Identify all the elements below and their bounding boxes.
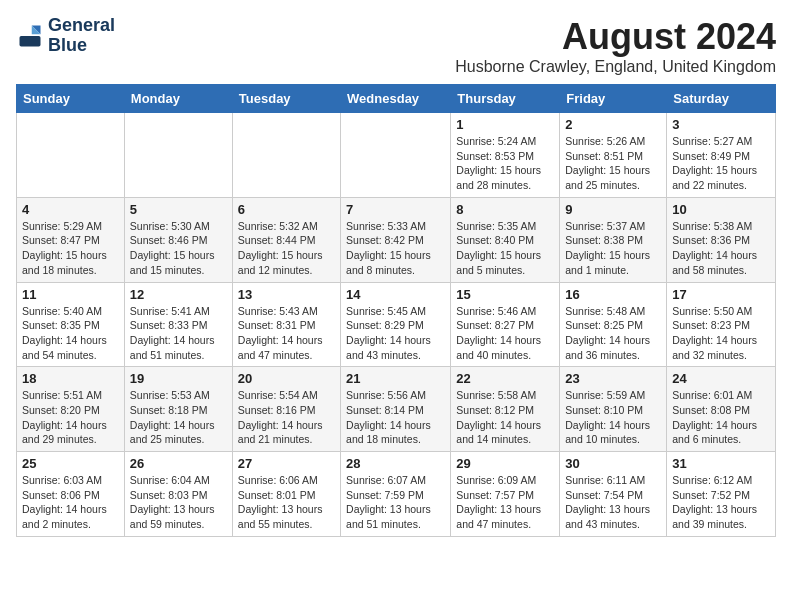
header: General Blue August 2024 Husborne Crawle… [16,16,776,76]
day-info: Sunrise: 5:38 AM Sunset: 8:36 PM Dayligh… [672,219,770,278]
day-number: 4 [22,202,119,217]
day-info: Sunrise: 6:04 AM Sunset: 8:03 PM Dayligh… [130,473,227,532]
calendar-week-row: 4Sunrise: 5:29 AM Sunset: 8:47 PM Daylig… [17,197,776,282]
day-info: Sunrise: 6:03 AM Sunset: 8:06 PM Dayligh… [22,473,119,532]
day-number: 7 [346,202,445,217]
calendar-week-row: 18Sunrise: 5:51 AM Sunset: 8:20 PM Dayli… [17,367,776,452]
calendar-cell: 18Sunrise: 5:51 AM Sunset: 8:20 PM Dayli… [17,367,125,452]
calendar-cell: 17Sunrise: 5:50 AM Sunset: 8:23 PM Dayli… [667,282,776,367]
day-number: 19 [130,371,227,386]
calendar-table: SundayMondayTuesdayWednesdayThursdayFrid… [16,84,776,537]
day-info: Sunrise: 5:29 AM Sunset: 8:47 PM Dayligh… [22,219,119,278]
calendar-cell: 15Sunrise: 5:46 AM Sunset: 8:27 PM Dayli… [451,282,560,367]
calendar-cell: 28Sunrise: 6:07 AM Sunset: 7:59 PM Dayli… [341,452,451,537]
day-info: Sunrise: 5:51 AM Sunset: 8:20 PM Dayligh… [22,388,119,447]
day-number: 20 [238,371,335,386]
day-number: 17 [672,287,770,302]
svg-rect-3 [20,36,41,47]
calendar-cell: 13Sunrise: 5:43 AM Sunset: 8:31 PM Dayli… [232,282,340,367]
header-saturday: Saturday [667,85,776,113]
header-friday: Friday [560,85,667,113]
day-number: 15 [456,287,554,302]
day-number: 9 [565,202,661,217]
day-info: Sunrise: 6:11 AM Sunset: 7:54 PM Dayligh… [565,473,661,532]
header-wednesday: Wednesday [341,85,451,113]
day-number: 21 [346,371,445,386]
day-number: 2 [565,117,661,132]
calendar-cell: 1Sunrise: 5:24 AM Sunset: 8:53 PM Daylig… [451,113,560,198]
calendar-cell: 2Sunrise: 5:26 AM Sunset: 8:51 PM Daylig… [560,113,667,198]
calendar-cell: 30Sunrise: 6:11 AM Sunset: 7:54 PM Dayli… [560,452,667,537]
day-info: Sunrise: 5:59 AM Sunset: 8:10 PM Dayligh… [565,388,661,447]
day-info: Sunrise: 5:27 AM Sunset: 8:49 PM Dayligh… [672,134,770,193]
day-number: 29 [456,456,554,471]
calendar-cell [341,113,451,198]
calendar-cell: 24Sunrise: 6:01 AM Sunset: 8:08 PM Dayli… [667,367,776,452]
header-tuesday: Tuesday [232,85,340,113]
day-number: 28 [346,456,445,471]
calendar-header-row: SundayMondayTuesdayWednesdayThursdayFrid… [17,85,776,113]
calendar-cell: 22Sunrise: 5:58 AM Sunset: 8:12 PM Dayli… [451,367,560,452]
calendar-cell: 16Sunrise: 5:48 AM Sunset: 8:25 PM Dayli… [560,282,667,367]
day-number: 6 [238,202,335,217]
calendar-cell: 27Sunrise: 6:06 AM Sunset: 8:01 PM Dayli… [232,452,340,537]
calendar-cell: 11Sunrise: 5:40 AM Sunset: 8:35 PM Dayli… [17,282,125,367]
day-number: 16 [565,287,661,302]
calendar-cell: 6Sunrise: 5:32 AM Sunset: 8:44 PM Daylig… [232,197,340,282]
calendar-cell [232,113,340,198]
calendar-cell: 9Sunrise: 5:37 AM Sunset: 8:38 PM Daylig… [560,197,667,282]
logo-line2: Blue [48,36,115,56]
day-number: 30 [565,456,661,471]
calendar-cell: 14Sunrise: 5:45 AM Sunset: 8:29 PM Dayli… [341,282,451,367]
calendar-week-row: 1Sunrise: 5:24 AM Sunset: 8:53 PM Daylig… [17,113,776,198]
day-info: Sunrise: 5:48 AM Sunset: 8:25 PM Dayligh… [565,304,661,363]
calendar-cell: 20Sunrise: 5:54 AM Sunset: 8:16 PM Dayli… [232,367,340,452]
header-monday: Monday [124,85,232,113]
day-info: Sunrise: 5:33 AM Sunset: 8:42 PM Dayligh… [346,219,445,278]
day-info: Sunrise: 6:01 AM Sunset: 8:08 PM Dayligh… [672,388,770,447]
month-year: August 2024 [455,16,776,58]
logo-icon [16,22,44,50]
day-info: Sunrise: 5:40 AM Sunset: 8:35 PM Dayligh… [22,304,119,363]
day-info: Sunrise: 5:30 AM Sunset: 8:46 PM Dayligh… [130,219,227,278]
day-info: Sunrise: 5:32 AM Sunset: 8:44 PM Dayligh… [238,219,335,278]
day-number: 1 [456,117,554,132]
day-info: Sunrise: 5:58 AM Sunset: 8:12 PM Dayligh… [456,388,554,447]
calendar-cell: 10Sunrise: 5:38 AM Sunset: 8:36 PM Dayli… [667,197,776,282]
day-info: Sunrise: 6:09 AM Sunset: 7:57 PM Dayligh… [456,473,554,532]
day-number: 31 [672,456,770,471]
day-info: Sunrise: 5:26 AM Sunset: 8:51 PM Dayligh… [565,134,661,193]
calendar-cell [124,113,232,198]
day-info: Sunrise: 5:53 AM Sunset: 8:18 PM Dayligh… [130,388,227,447]
calendar-cell: 3Sunrise: 5:27 AM Sunset: 8:49 PM Daylig… [667,113,776,198]
day-info: Sunrise: 5:46 AM Sunset: 8:27 PM Dayligh… [456,304,554,363]
day-info: Sunrise: 5:41 AM Sunset: 8:33 PM Dayligh… [130,304,227,363]
day-number: 18 [22,371,119,386]
calendar-cell: 25Sunrise: 6:03 AM Sunset: 8:06 PM Dayli… [17,452,125,537]
day-number: 27 [238,456,335,471]
calendar-week-row: 25Sunrise: 6:03 AM Sunset: 8:06 PM Dayli… [17,452,776,537]
calendar-cell: 21Sunrise: 5:56 AM Sunset: 8:14 PM Dayli… [341,367,451,452]
logo-line1: General [48,16,115,36]
day-number: 3 [672,117,770,132]
calendar-cell: 23Sunrise: 5:59 AM Sunset: 8:10 PM Dayli… [560,367,667,452]
location: Husborne Crawley, England, United Kingdo… [455,58,776,76]
calendar-cell: 29Sunrise: 6:09 AM Sunset: 7:57 PM Dayli… [451,452,560,537]
day-info: Sunrise: 5:35 AM Sunset: 8:40 PM Dayligh… [456,219,554,278]
day-number: 12 [130,287,227,302]
day-info: Sunrise: 5:56 AM Sunset: 8:14 PM Dayligh… [346,388,445,447]
day-info: Sunrise: 5:45 AM Sunset: 8:29 PM Dayligh… [346,304,445,363]
day-number: 5 [130,202,227,217]
day-number: 22 [456,371,554,386]
day-info: Sunrise: 6:12 AM Sunset: 7:52 PM Dayligh… [672,473,770,532]
day-info: Sunrise: 5:24 AM Sunset: 8:53 PM Dayligh… [456,134,554,193]
day-info: Sunrise: 5:54 AM Sunset: 8:16 PM Dayligh… [238,388,335,447]
header-thursday: Thursday [451,85,560,113]
calendar-cell [17,113,125,198]
day-number: 25 [22,456,119,471]
day-number: 24 [672,371,770,386]
header-sunday: Sunday [17,85,125,113]
calendar-cell: 26Sunrise: 6:04 AM Sunset: 8:03 PM Dayli… [124,452,232,537]
day-info: Sunrise: 5:50 AM Sunset: 8:23 PM Dayligh… [672,304,770,363]
day-number: 13 [238,287,335,302]
